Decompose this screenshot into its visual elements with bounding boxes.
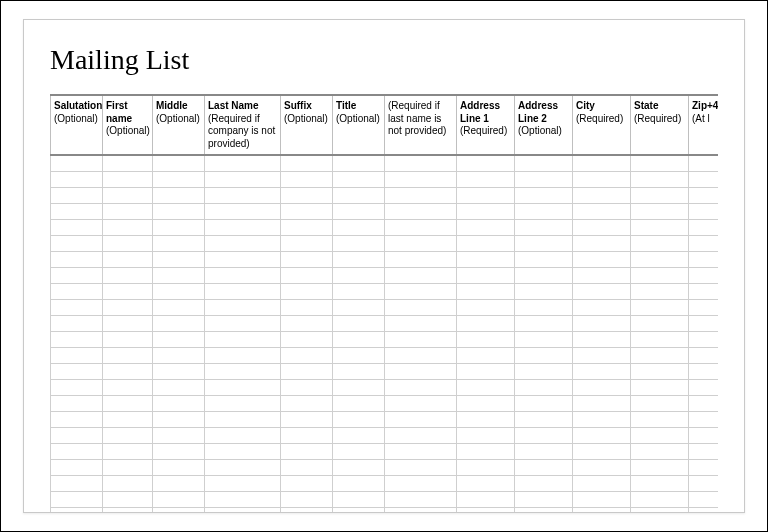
table-cell[interactable] [153, 363, 205, 379]
table-cell[interactable] [103, 299, 153, 315]
table-cell[interactable] [385, 315, 457, 331]
table-cell[interactable] [205, 443, 281, 459]
table-cell[interactable] [205, 347, 281, 363]
table-cell[interactable] [103, 347, 153, 363]
table-cell[interactable] [457, 443, 515, 459]
table-cell[interactable] [573, 203, 631, 219]
table-cell[interactable] [333, 427, 385, 443]
table-cell[interactable] [103, 491, 153, 507]
table-cell[interactable] [205, 187, 281, 203]
table-cell[interactable] [515, 203, 573, 219]
table-cell[interactable] [333, 347, 385, 363]
table-cell[interactable] [385, 299, 457, 315]
table-cell[interactable] [631, 427, 689, 443]
table-cell[interactable] [631, 331, 689, 347]
table-cell[interactable] [631, 363, 689, 379]
table-cell[interactable] [631, 155, 689, 171]
table-cell[interactable] [689, 475, 719, 491]
table-cell[interactable] [385, 203, 457, 219]
table-cell[interactable] [457, 427, 515, 443]
table-cell[interactable] [281, 491, 333, 507]
table-cell[interactable] [457, 171, 515, 187]
table-cell[interactable] [515, 171, 573, 187]
table-cell[interactable] [103, 219, 153, 235]
table-cell[interactable] [385, 251, 457, 267]
table-cell[interactable] [333, 171, 385, 187]
table-cell[interactable] [631, 299, 689, 315]
table-cell[interactable] [205, 331, 281, 347]
table-cell[interactable] [385, 347, 457, 363]
table-cell[interactable] [333, 411, 385, 427]
table-cell[interactable] [573, 427, 631, 443]
table-cell[interactable] [689, 283, 719, 299]
table-cell[interactable] [281, 219, 333, 235]
table-cell[interactable] [457, 267, 515, 283]
table-cell[interactable] [457, 507, 515, 513]
table-cell[interactable] [51, 507, 103, 513]
table-cell[interactable] [457, 203, 515, 219]
table-cell[interactable] [51, 395, 103, 411]
table-cell[interactable] [515, 251, 573, 267]
table-cell[interactable] [515, 443, 573, 459]
table-cell[interactable] [333, 395, 385, 411]
table-cell[interactable] [515, 235, 573, 251]
table-cell[interactable] [631, 267, 689, 283]
table-cell[interactable] [333, 379, 385, 395]
table-cell[interactable] [333, 507, 385, 513]
table-cell[interactable] [281, 379, 333, 395]
table-cell[interactable] [153, 203, 205, 219]
table-cell[interactable] [281, 459, 333, 475]
table-cell[interactable] [457, 155, 515, 171]
table-cell[interactable] [573, 155, 631, 171]
table-cell[interactable] [573, 283, 631, 299]
table-cell[interactable] [103, 379, 153, 395]
table-cell[interactable] [281, 427, 333, 443]
table-cell[interactable] [51, 283, 103, 299]
table-cell[interactable] [103, 443, 153, 459]
table-cell[interactable] [631, 459, 689, 475]
table-cell[interactable] [103, 251, 153, 267]
table-cell[interactable] [333, 203, 385, 219]
table-cell[interactable] [689, 331, 719, 347]
table-cell[interactable] [385, 235, 457, 251]
table-cell[interactable] [281, 187, 333, 203]
table-cell[interactable] [631, 475, 689, 491]
table-cell[interactable] [631, 235, 689, 251]
table-cell[interactable] [457, 379, 515, 395]
table-cell[interactable] [103, 315, 153, 331]
table-cell[interactable] [457, 491, 515, 507]
table-cell[interactable] [205, 155, 281, 171]
table-cell[interactable] [689, 187, 719, 203]
table-cell[interactable] [385, 267, 457, 283]
table-cell[interactable] [103, 395, 153, 411]
table-cell[interactable] [205, 395, 281, 411]
table-cell[interactable] [689, 459, 719, 475]
table-cell[interactable] [153, 411, 205, 427]
table-cell[interactable] [385, 395, 457, 411]
table-cell[interactable] [573, 411, 631, 427]
table-cell[interactable] [153, 379, 205, 395]
table-cell[interactable] [103, 171, 153, 187]
table-cell[interactable] [631, 395, 689, 411]
table-cell[interactable] [205, 379, 281, 395]
table-cell[interactable] [573, 347, 631, 363]
table-cell[interactable] [333, 187, 385, 203]
table-cell[interactable] [205, 459, 281, 475]
table-cell[interactable] [631, 411, 689, 427]
table-cell[interactable] [515, 475, 573, 491]
table-cell[interactable] [51, 459, 103, 475]
table-cell[interactable] [457, 411, 515, 427]
table-cell[interactable] [205, 219, 281, 235]
table-cell[interactable] [573, 267, 631, 283]
table-cell[interactable] [153, 347, 205, 363]
table-cell[interactable] [457, 251, 515, 267]
table-cell[interactable] [51, 235, 103, 251]
table-cell[interactable] [153, 299, 205, 315]
table-cell[interactable] [515, 411, 573, 427]
table-cell[interactable] [385, 475, 457, 491]
table-cell[interactable] [689, 315, 719, 331]
table-cell[interactable] [333, 283, 385, 299]
table-cell[interactable] [205, 235, 281, 251]
table-cell[interactable] [689, 347, 719, 363]
table-cell[interactable] [385, 491, 457, 507]
